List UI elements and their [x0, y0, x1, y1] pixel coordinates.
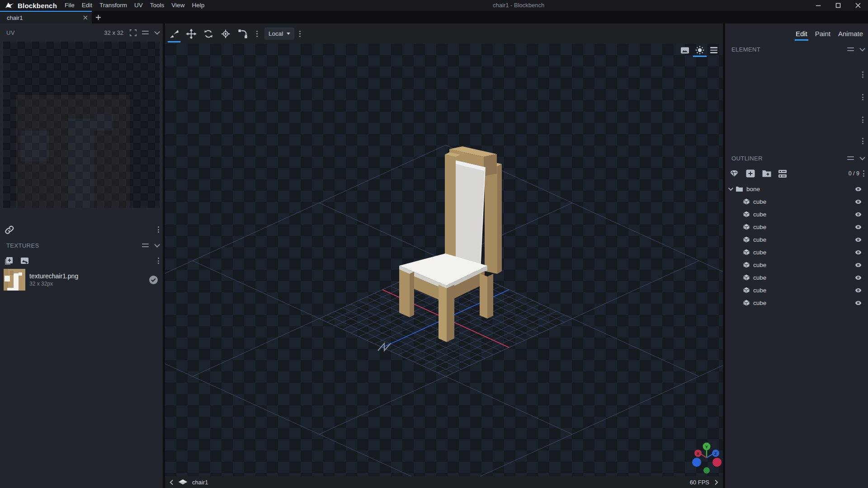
- cube-icon: [743, 262, 750, 268]
- eye-visibility-icon[interactable]: [855, 212, 862, 217]
- eye-visibility-icon[interactable]: [855, 263, 862, 267]
- link-icon[interactable]: [5, 225, 14, 235]
- outliner-view-toggle-icon[interactable]: [778, 170, 787, 178]
- gizmo-negative-z-ball[interactable]: [712, 458, 722, 467]
- chevron-right-icon[interactable]: [714, 479, 718, 485]
- menu-tools[interactable]: Tools: [146, 0, 168, 11]
- eye-visibility-icon[interactable]: [855, 250, 862, 255]
- uv-editor-canvas[interactable]: [3, 42, 160, 208]
- element-panel-menu-icon[interactable]: [847, 47, 854, 51]
- vertex-snap-tool[interactable]: [234, 25, 251, 43]
- eye-visibility-icon[interactable]: [855, 288, 862, 293]
- textures-panel-title: TEXTURES: [6, 242, 39, 249]
- textures-panel-header: TEXTURES: [0, 239, 163, 251]
- eye-visibility-icon[interactable]: [855, 199, 862, 204]
- outliner-row-cube[interactable]: cube: [725, 258, 868, 271]
- textures-collapse-chevron-icon[interactable]: [154, 242, 160, 248]
- create-texture-icon[interactable]: [5, 257, 13, 265]
- svg-text:X: X: [697, 451, 700, 456]
- outliner-row-cube[interactable]: cube: [725, 208, 868, 221]
- element-collapse-chevron-icon[interactable]: [859, 46, 865, 52]
- outliner-row-cube[interactable]: cube: [725, 296, 868, 309]
- viewport-menu-icon[interactable]: [710, 47, 717, 53]
- window-title: chair1 - Blockbench: [493, 0, 544, 11]
- chevron-down-icon[interactable]: [728, 186, 733, 191]
- menu-transform[interactable]: Transform: [96, 0, 131, 11]
- sun-shading-icon[interactable]: [695, 46, 704, 55]
- outliner-row-cube[interactable]: cube: [725, 271, 868, 284]
- tab-chair1[interactable]: chair1: [0, 11, 92, 23]
- menu-file[interactable]: File: [61, 0, 78, 11]
- pivot-tool[interactable]: [217, 25, 234, 43]
- element-row-menu-icon[interactable]: [860, 136, 865, 146]
- mode-tab-animate[interactable]: Animate: [838, 30, 863, 38]
- chevron-left-icon[interactable]: [170, 479, 174, 485]
- import-texture-icon[interactable]: [20, 257, 29, 264]
- move-gizmo-tool[interactable]: [165, 25, 183, 43]
- project-format-icon: [179, 479, 187, 485]
- gem-select-icon[interactable]: [730, 170, 739, 177]
- status-project-name[interactable]: chair1: [192, 479, 208, 486]
- eye-visibility-icon[interactable]: [855, 237, 862, 242]
- outliner-row-cube[interactable]: cube: [725, 221, 868, 233]
- outliner-row-label: cube: [753, 274, 855, 281]
- textures-options-menu-icon[interactable]: [156, 256, 161, 266]
- eye-visibility-icon[interactable]: [855, 187, 862, 192]
- toolbar-overflow-menu-icon[interactable]: [255, 29, 259, 39]
- viewport-corner-controls: [680, 45, 717, 56]
- outliner-row-cube[interactable]: cube: [725, 233, 868, 246]
- cube-icon: [743, 224, 750, 230]
- right-panel: Edit Paint Animate ELEMENT OUTLINER: [725, 23, 868, 488]
- gizmo-negative-x-ball[interactable]: [692, 458, 701, 467]
- cube-icon: [743, 211, 750, 217]
- transform-space-value: Local: [269, 30, 283, 37]
- outliner-row-cube[interactable]: cube: [725, 284, 868, 296]
- eye-visibility-icon[interactable]: [855, 225, 862, 230]
- gizmo-negative-y-ball[interactable]: [703, 467, 710, 474]
- outliner-collapse-chevron-icon[interactable]: [859, 155, 865, 160]
- new-tab-button[interactable]: [93, 12, 103, 22]
- menu-view[interactable]: View: [168, 0, 188, 11]
- texture-list-item[interactable]: texturechair1.png 32 x 32px: [0, 267, 163, 292]
- add-cube-button[interactable]: [746, 169, 755, 178]
- close-button[interactable]: [848, 0, 868, 11]
- uv-panel-menu-icon[interactable]: [142, 31, 149, 34]
- move-tool[interactable]: [183, 25, 200, 43]
- minimize-button[interactable]: [808, 0, 828, 11]
- eye-visibility-icon[interactable]: [855, 275, 862, 280]
- mode-tab-edit[interactable]: Edit: [796, 30, 807, 38]
- menu-uv[interactable]: UV: [131, 0, 146, 11]
- add-group-button[interactable]: [762, 170, 771, 177]
- tab-close-icon[interactable]: [83, 15, 88, 20]
- menu-edit[interactable]: Edit: [78, 0, 96, 11]
- element-row-menu-icon[interactable]: [860, 115, 865, 125]
- textures-panel-menu-icon[interactable]: [142, 244, 149, 247]
- background-image-icon[interactable]: [680, 47, 689, 54]
- orientation-gizmo[interactable]: Y X Z: [692, 443, 722, 474]
- outliner-row-label: cube: [753, 224, 855, 230]
- outliner-row-group[interactable]: bone: [725, 183, 868, 195]
- eye-visibility-icon[interactable]: [855, 300, 862, 305]
- uv-options-menu-icon[interactable]: [156, 225, 161, 235]
- viewport-3d-canvas[interactable]: Y X Z: [165, 44, 723, 476]
- toolbar-config-menu-icon[interactable]: [297, 29, 302, 39]
- outliner-options-menu-icon[interactable]: [861, 169, 866, 178]
- svg-text:Y: Y: [705, 444, 708, 449]
- element-row-menu-icon[interactable]: [860, 70, 865, 80]
- outliner-row-label: cube: [753, 300, 855, 306]
- tab-label: chair1: [7, 14, 83, 21]
- uv-collapse-chevron-icon[interactable]: [154, 29, 160, 35]
- mode-tab-paint[interactable]: Paint: [815, 30, 830, 38]
- menu-help[interactable]: Help: [188, 0, 208, 11]
- element-row-menu-icon[interactable]: [860, 92, 865, 102]
- blockbench-logo-icon: [5, 1, 14, 9]
- fullscreen-icon[interactable]: [130, 29, 137, 36]
- rotate-tool[interactable]: [200, 25, 217, 43]
- left-panel: UV 32 x 32 TEXTURES: [0, 23, 163, 488]
- outliner-panel-menu-icon[interactable]: [847, 156, 854, 160]
- outliner-row-cube[interactable]: cube: [725, 246, 868, 258]
- transform-space-dropdown[interactable]: Local: [264, 28, 294, 40]
- maximize-button[interactable]: [828, 0, 848, 11]
- outliner-row-label: cube: [753, 236, 855, 243]
- outliner-row-cube[interactable]: cube: [725, 195, 868, 208]
